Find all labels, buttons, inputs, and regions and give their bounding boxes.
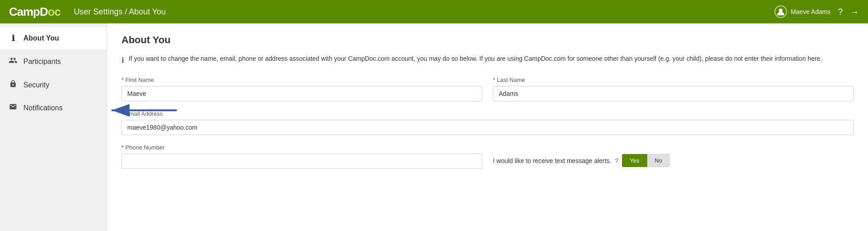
header: CampDoc User Settings / About You Maeve … (0, 0, 868, 23)
sidebar-label-participants: Participants (23, 58, 61, 66)
user-name: Maeve Adams (791, 8, 831, 15)
last-name-label: * Last Name (493, 77, 854, 83)
participants-icon (8, 56, 18, 67)
email-label: * Email Address (121, 110, 854, 117)
envelope-icon (8, 103, 18, 113)
sidebar-label-notifications: Notifications (23, 104, 63, 112)
first-name-group: * First Name (121, 77, 482, 101)
logo-doc: oc (48, 5, 60, 18)
info-circle-icon: ℹ (121, 55, 124, 66)
lock-icon (8, 80, 18, 90)
info-box: ℹ If you want to change the name, email,… (121, 54, 854, 66)
sidebar-item-about-you[interactable]: ℹ About You (0, 27, 107, 50)
logo-camp: CampD (9, 5, 48, 18)
email-group: * Email Address (121, 110, 854, 135)
sidebar-item-security[interactable]: Security (0, 73, 107, 96)
phone-label: * Phone Number (121, 144, 482, 151)
text-alert-help-icon[interactable]: ? (615, 157, 618, 164)
name-row: * First Name * Last Name (121, 77, 854, 101)
text-alert-label: I would like to receive text message ale… (493, 157, 611, 164)
sidebar: ℹ About You Participants (0, 23, 107, 231)
last-name-group: * Last Name (493, 77, 854, 101)
logo: CampDoc (9, 5, 60, 19)
phone-input[interactable] (121, 154, 482, 169)
last-name-input[interactable] (493, 86, 854, 101)
user-avatar-icon (774, 5, 787, 18)
email-row: * Email Address (121, 110, 854, 135)
first-name-input[interactable] (121, 86, 482, 101)
sidebar-item-notifications[interactable]: Notifications (0, 96, 107, 119)
sidebar-item-participants[interactable]: Participants (0, 50, 107, 73)
layout: ℹ About You Participants (0, 23, 868, 231)
email-input[interactable] (121, 120, 854, 135)
page-title: About You (121, 34, 854, 46)
text-alert-group: I would like to receive text message ale… (493, 144, 854, 167)
toggle-yes-button[interactable]: Yes (622, 154, 647, 167)
phone-group: * Phone Number (121, 144, 482, 169)
sidebar-label-security: Security (23, 81, 49, 89)
text-alert-toggle: Yes No (622, 154, 670, 167)
toggle-no-button[interactable]: No (647, 154, 670, 167)
sidebar-label-about-you: About You (23, 34, 59, 42)
main-content: About You ℹ If you want to change the na… (107, 23, 868, 231)
user-info: Maeve Adams (774, 5, 831, 18)
logout-icon[interactable]: → (850, 7, 859, 17)
info-icon: ℹ (8, 33, 18, 43)
first-name-label: * First Name (121, 77, 482, 83)
svg-point-0 (779, 9, 783, 12)
breadcrumb: User Settings / About You (74, 7, 774, 17)
info-text: If you want to change the name, email, p… (129, 54, 822, 63)
header-right: Maeve Adams ? → (774, 5, 859, 18)
help-icon[interactable]: ? (838, 7, 843, 17)
phone-row: * Phone Number I would like to receive t… (121, 144, 854, 169)
